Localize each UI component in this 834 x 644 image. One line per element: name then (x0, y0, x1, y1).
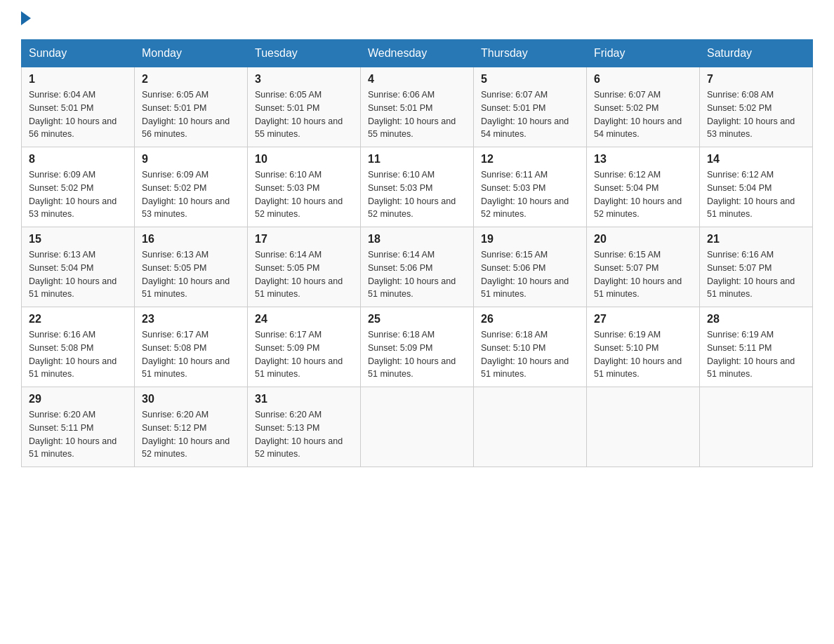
weekday-header-friday: Friday (587, 40, 700, 67)
calendar-table: SundayMondayTuesdayWednesdayThursdayFrid… (21, 39, 813, 467)
day-info: Sunrise: 6:10 AMSunset: 5:03 PMDaylight:… (255, 170, 343, 219)
page-header (21, 14, 813, 25)
calendar-cell: 18 Sunrise: 6:14 AMSunset: 5:06 PMDaylig… (361, 227, 474, 307)
calendar-cell: 31 Sunrise: 6:20 AMSunset: 5:13 PMDaylig… (248, 387, 361, 467)
calendar-cell: 28 Sunrise: 6:19 AMSunset: 5:11 PMDaylig… (700, 307, 813, 387)
day-number: 27 (594, 313, 692, 326)
day-number: 24 (255, 313, 353, 326)
day-info: Sunrise: 6:08 AMSunset: 5:02 PMDaylight:… (707, 90, 795, 139)
calendar-cell: 21 Sunrise: 6:16 AMSunset: 5:07 PMDaylig… (700, 227, 813, 307)
calendar-cell: 14 Sunrise: 6:12 AMSunset: 5:04 PMDaylig… (700, 147, 813, 227)
day-info: Sunrise: 6:06 AMSunset: 5:01 PMDaylight:… (368, 90, 456, 139)
day-number: 28 (707, 313, 805, 326)
day-number: 19 (481, 233, 579, 246)
day-info: Sunrise: 6:20 AMSunset: 5:12 PMDaylight:… (142, 410, 230, 459)
weekday-header-monday: Monday (135, 40, 248, 67)
calendar-cell: 8 Sunrise: 6:09 AMSunset: 5:02 PMDayligh… (22, 147, 135, 227)
day-number: 10 (255, 153, 353, 166)
day-info: Sunrise: 6:05 AMSunset: 5:01 PMDaylight:… (142, 90, 230, 139)
weekday-header-wednesday: Wednesday (361, 40, 474, 67)
day-info: Sunrise: 6:15 AMSunset: 5:06 PMDaylight:… (481, 250, 569, 299)
calendar-week-row: 8 Sunrise: 6:09 AMSunset: 5:02 PMDayligh… (22, 147, 813, 227)
calendar-cell: 22 Sunrise: 6:16 AMSunset: 5:08 PMDaylig… (22, 307, 135, 387)
day-info: Sunrise: 6:17 AMSunset: 5:08 PMDaylight:… (142, 330, 230, 379)
day-info: Sunrise: 6:07 AMSunset: 5:01 PMDaylight:… (481, 90, 569, 139)
calendar-cell: 15 Sunrise: 6:13 AMSunset: 5:04 PMDaylig… (22, 227, 135, 307)
calendar-cell: 1 Sunrise: 6:04 AMSunset: 5:01 PMDayligh… (22, 67, 135, 147)
day-info: Sunrise: 6:10 AMSunset: 5:03 PMDaylight:… (368, 170, 456, 219)
calendar-cell (361, 387, 474, 467)
calendar-cell: 9 Sunrise: 6:09 AMSunset: 5:02 PMDayligh… (135, 147, 248, 227)
day-info: Sunrise: 6:17 AMSunset: 5:09 PMDaylight:… (255, 330, 343, 379)
day-number: 15 (29, 233, 127, 246)
day-number: 8 (29, 153, 127, 166)
calendar-cell: 16 Sunrise: 6:13 AMSunset: 5:05 PMDaylig… (135, 227, 248, 307)
calendar-cell: 17 Sunrise: 6:14 AMSunset: 5:05 PMDaylig… (248, 227, 361, 307)
calendar-cell: 5 Sunrise: 6:07 AMSunset: 5:01 PMDayligh… (474, 67, 587, 147)
calendar-cell: 11 Sunrise: 6:10 AMSunset: 5:03 PMDaylig… (361, 147, 474, 227)
day-number: 31 (255, 393, 353, 405)
calendar-cell: 19 Sunrise: 6:15 AMSunset: 5:06 PMDaylig… (474, 227, 587, 307)
day-info: Sunrise: 6:20 AMSunset: 5:11 PMDaylight:… (29, 410, 117, 459)
day-number: 25 (368, 313, 466, 326)
day-info: Sunrise: 6:13 AMSunset: 5:05 PMDaylight:… (142, 250, 230, 299)
day-number: 17 (255, 233, 353, 246)
day-info: Sunrise: 6:14 AMSunset: 5:05 PMDaylight:… (255, 250, 343, 299)
day-info: Sunrise: 6:16 AMSunset: 5:08 PMDaylight:… (29, 330, 117, 379)
day-number: 30 (142, 393, 240, 405)
day-number: 21 (707, 233, 805, 246)
calendar-cell (587, 387, 700, 467)
day-info: Sunrise: 6:18 AMSunset: 5:09 PMDaylight:… (368, 330, 456, 379)
day-number: 11 (368, 153, 466, 166)
calendar-cell: 30 Sunrise: 6:20 AMSunset: 5:12 PMDaylig… (135, 387, 248, 467)
day-info: Sunrise: 6:05 AMSunset: 5:01 PMDaylight:… (255, 90, 343, 139)
day-info: Sunrise: 6:09 AMSunset: 5:02 PMDaylight:… (29, 170, 117, 219)
calendar-cell: 10 Sunrise: 6:10 AMSunset: 5:03 PMDaylig… (248, 147, 361, 227)
calendar-cell (700, 387, 813, 467)
calendar-cell: 6 Sunrise: 6:07 AMSunset: 5:02 PMDayligh… (587, 67, 700, 147)
day-number: 16 (142, 233, 240, 246)
day-info: Sunrise: 6:20 AMSunset: 5:13 PMDaylight:… (255, 410, 343, 459)
calendar-cell: 3 Sunrise: 6:05 AMSunset: 5:01 PMDayligh… (248, 67, 361, 147)
calendar-cell: 27 Sunrise: 6:19 AMSunset: 5:10 PMDaylig… (587, 307, 700, 387)
day-info: Sunrise: 6:19 AMSunset: 5:11 PMDaylight:… (707, 330, 795, 379)
weekday-header-row: SundayMondayTuesdayWednesdayThursdayFrid… (22, 40, 813, 67)
calendar-cell: 26 Sunrise: 6:18 AMSunset: 5:10 PMDaylig… (474, 307, 587, 387)
day-info: Sunrise: 6:04 AMSunset: 5:01 PMDaylight:… (29, 90, 117, 139)
calendar-week-row: 22 Sunrise: 6:16 AMSunset: 5:08 PMDaylig… (22, 307, 813, 387)
calendar-week-row: 15 Sunrise: 6:13 AMSunset: 5:04 PMDaylig… (22, 227, 813, 307)
logo (21, 14, 31, 25)
day-info: Sunrise: 6:18 AMSunset: 5:10 PMDaylight:… (481, 330, 569, 379)
day-info: Sunrise: 6:13 AMSunset: 5:04 PMDaylight:… (29, 250, 117, 299)
day-number: 18 (368, 233, 466, 246)
day-info: Sunrise: 6:07 AMSunset: 5:02 PMDaylight:… (594, 90, 682, 139)
day-number: 13 (594, 153, 692, 166)
day-number: 6 (594, 73, 692, 86)
day-number: 23 (142, 313, 240, 326)
calendar-cell: 13 Sunrise: 6:12 AMSunset: 5:04 PMDaylig… (587, 147, 700, 227)
day-info: Sunrise: 6:12 AMSunset: 5:04 PMDaylight:… (594, 170, 682, 219)
day-number: 22 (29, 313, 127, 326)
calendar-cell: 24 Sunrise: 6:17 AMSunset: 5:09 PMDaylig… (248, 307, 361, 387)
calendar-cell: 25 Sunrise: 6:18 AMSunset: 5:09 PMDaylig… (361, 307, 474, 387)
calendar-cell: 7 Sunrise: 6:08 AMSunset: 5:02 PMDayligh… (700, 67, 813, 147)
day-number: 2 (142, 73, 240, 86)
calendar-cell (474, 387, 587, 467)
day-info: Sunrise: 6:15 AMSunset: 5:07 PMDaylight:… (594, 250, 682, 299)
day-number: 3 (255, 73, 353, 86)
calendar-cell: 29 Sunrise: 6:20 AMSunset: 5:11 PMDaylig… (22, 387, 135, 467)
day-info: Sunrise: 6:14 AMSunset: 5:06 PMDaylight:… (368, 250, 456, 299)
weekday-header-sunday: Sunday (22, 40, 135, 67)
day-number: 7 (707, 73, 805, 86)
day-number: 29 (29, 393, 127, 405)
calendar-cell: 2 Sunrise: 6:05 AMSunset: 5:01 PMDayligh… (135, 67, 248, 147)
calendar-cell: 12 Sunrise: 6:11 AMSunset: 5:03 PMDaylig… (474, 147, 587, 227)
day-number: 26 (481, 313, 579, 326)
day-number: 14 (707, 153, 805, 166)
day-number: 4 (368, 73, 466, 86)
day-number: 9 (142, 153, 240, 166)
weekday-header-saturday: Saturday (700, 40, 813, 67)
calendar-cell: 4 Sunrise: 6:06 AMSunset: 5:01 PMDayligh… (361, 67, 474, 147)
logo-arrow-icon (21, 11, 31, 25)
day-number: 5 (481, 73, 579, 86)
